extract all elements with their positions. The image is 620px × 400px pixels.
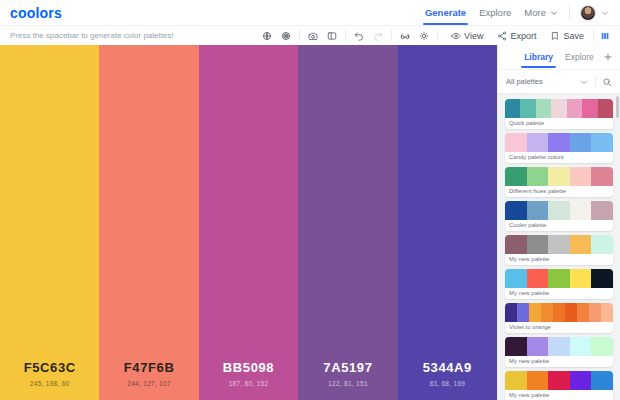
palette-swatches	[505, 371, 613, 390]
palette-swatch	[570, 371, 592, 390]
palette-filter-select[interactable]: All palettes	[506, 77, 579, 86]
palette-swatch	[541, 303, 553, 322]
palette-swatch	[591, 235, 613, 254]
palette-swatch	[548, 167, 570, 186]
palette-card[interactable]: Different hues palette	[505, 167, 613, 197]
color-hex-label[interactable]: F47F6B	[124, 360, 175, 375]
palette-swatch	[505, 371, 527, 390]
nav-item-generate[interactable]: Generate	[425, 7, 466, 18]
color-hex-label[interactable]: BB5098	[223, 360, 274, 375]
toolbar-icons	[254, 30, 437, 41]
coolors-logo[interactable]: coolors	[10, 5, 62, 21]
palette-name: Violet to orange	[505, 322, 613, 333]
collage-icon[interactable]	[327, 31, 337, 41]
palette-swatch	[505, 235, 527, 254]
palette-name: Cooler palette	[505, 220, 613, 231]
color-hex-label[interactable]: 7A5197	[323, 360, 372, 375]
palette-swatch	[591, 337, 613, 356]
palette-swatches	[505, 133, 613, 152]
sidebar-toggle-columns-icon[interactable]	[600, 31, 610, 41]
color-column-7a5197[interactable]: 7A5197122, 81, 151	[298, 45, 397, 400]
palette-swatch	[548, 371, 570, 390]
palette-swatch	[527, 201, 549, 220]
palette-card[interactable]: My new palette	[505, 371, 613, 400]
palette-swatch	[536, 99, 551, 118]
view-button[interactable]: View	[446, 31, 488, 41]
view-button-label: View	[464, 31, 483, 41]
color-column-f5c63c[interactable]: F5C63C245, 198, 60	[0, 45, 99, 400]
palette-swatch	[505, 303, 517, 322]
palette-swatches	[505, 269, 613, 288]
toolbar-icon-group	[254, 31, 299, 41]
palette-swatch	[577, 303, 589, 322]
main-nav: GenerateExploreMore	[425, 7, 559, 18]
scrollbar-thumb[interactable]	[616, 96, 619, 118]
color-column-f47f6b[interactable]: F47F6B244, 127, 107	[99, 45, 198, 400]
palette-swatch	[570, 201, 592, 220]
palette-canvas: F5C63C245, 198, 60F47F6B244, 127, 107BB5…	[0, 45, 497, 400]
toolbar-icon-group	[392, 31, 437, 41]
palette-swatch	[505, 337, 527, 356]
sidebar-tab-explore[interactable]: Explore	[565, 52, 594, 62]
color-column-bb5098[interactable]: BB5098187, 80, 152	[199, 45, 298, 400]
nav-item-label: Generate	[425, 7, 466, 18]
toolbar-divider	[593, 30, 594, 41]
sidebar-tabs: LibraryExplore	[498, 45, 620, 69]
colorblind-icon[interactable]	[400, 31, 410, 41]
palette-card[interactable]: Violet to orange	[505, 303, 613, 333]
color-rgb-label: 83, 68, 169	[429, 380, 465, 387]
color-hex-label[interactable]: F5C63C	[24, 360, 76, 375]
globe-icon[interactable]	[262, 31, 272, 41]
export-button[interactable]: Export	[492, 31, 541, 41]
share-icon	[497, 31, 507, 41]
palette-card[interactable]: Quick palette	[505, 99, 613, 129]
palette-swatch	[548, 201, 570, 220]
palette-card[interactable]: My new palette	[505, 337, 613, 367]
palette-swatch	[527, 269, 549, 288]
nav-item-label: More	[524, 7, 546, 18]
color-wheel-icon[interactable]	[281, 31, 291, 41]
avatar[interactable]	[580, 5, 596, 21]
palette-swatch	[598, 99, 613, 118]
palette-swatch	[548, 235, 570, 254]
color-column-5344a9[interactable]: 5344A983, 68, 169	[398, 45, 497, 400]
palette-swatch	[527, 133, 549, 152]
palette-swatch	[527, 167, 549, 186]
palette-swatch	[570, 269, 592, 288]
bookmark-icon	[550, 31, 560, 41]
filter-chevron-down-icon[interactable]	[579, 77, 589, 87]
palette-swatch	[527, 337, 549, 356]
palette-swatch	[591, 133, 613, 152]
palette-card[interactable]: Cooler palette	[505, 201, 613, 231]
palette-swatch	[505, 269, 527, 288]
nav-item-more[interactable]: More	[524, 7, 559, 18]
chevron-down-icon	[549, 8, 559, 18]
palette-name: Different hues palette	[505, 186, 613, 197]
sidebar-tab-library[interactable]: Library	[524, 52, 553, 62]
palette-swatch	[591, 167, 613, 186]
color-rgb-label: 244, 127, 107	[127, 380, 171, 387]
palette-name: Quick palette	[505, 118, 613, 129]
nav-item-explore[interactable]: Explore	[479, 7, 511, 18]
color-hex-label[interactable]: 5344A9	[423, 360, 472, 375]
nav-item-label: Explore	[479, 7, 511, 18]
brightness-icon[interactable]	[419, 31, 429, 41]
undo-icon[interactable]	[354, 31, 364, 41]
palette-name: My new palette	[505, 390, 613, 400]
palette-swatch	[591, 201, 613, 220]
palette-card[interactable]: My new palette	[505, 235, 613, 265]
palette-swatch	[529, 303, 541, 322]
search-icon[interactable]	[602, 77, 612, 87]
redo-icon[interactable]	[373, 31, 383, 41]
avatar-chevron-down-icon[interactable]	[600, 8, 610, 18]
palette-card[interactable]: My new palette	[505, 269, 613, 299]
palette-swatch	[520, 99, 535, 118]
toolbar: Press the spacebar to generate color pal…	[0, 26, 620, 45]
palette-card[interactable]: Candy palette colors	[505, 133, 613, 163]
palette-swatch	[505, 201, 527, 220]
palette-name: My new palette	[505, 254, 613, 265]
camera-icon[interactable]	[308, 31, 318, 41]
add-palette-plus-icon[interactable]	[603, 52, 613, 62]
save-button[interactable]: Save	[545, 31, 589, 41]
palette-list: Quick paletteCandy palette colorsDiffere…	[498, 94, 620, 400]
